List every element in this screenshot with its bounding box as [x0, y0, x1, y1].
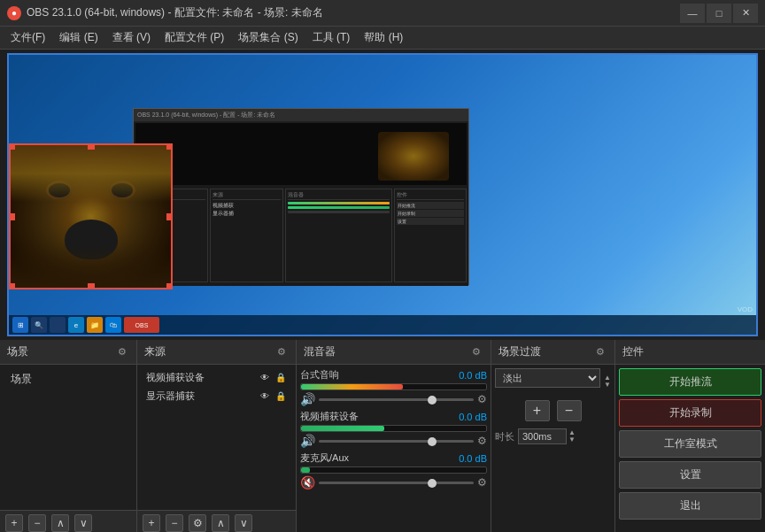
controls-panel-content: 开始推流 开始录制 工作室模式 设置 退出: [615, 365, 765, 532]
inner-obs-content: 场景 场景 来源 视频捕获 显示器捕 混音器: [134, 123, 468, 286]
source-video-lock[interactable]: 🔒: [274, 372, 287, 384]
scene-item[interactable]: 场景: [4, 368, 133, 390]
scene-panel-icon: ⚙: [115, 345, 129, 359]
selection-handle-bl[interactable]: [9, 283, 15, 289]
mixer-video-slider[interactable]: [319, 440, 474, 443]
selection-handle-bm[interactable]: [88, 283, 95, 289]
maximize-button[interactable]: □: [707, 4, 731, 23]
source-down-btn[interactable]: ∨: [235, 514, 252, 532]
menu-tools[interactable]: 工具 (T): [305, 27, 358, 48]
mixer-video-controls: 🔊 ⚙: [300, 434, 487, 448]
mixer-desktop-gear[interactable]: ⚙: [477, 393, 487, 405]
transition-duration-row: 时长 ▲ ▼: [495, 428, 611, 444]
scene-up-btn[interactable]: ∧: [51, 514, 69, 532]
selection-handle-tl[interactable]: [9, 143, 15, 150]
scene-add-btn[interactable]: +: [5, 514, 23, 532]
inner-husky-thumbnail: [378, 132, 449, 181]
transition-updown[interactable]: ▲ ▼: [604, 374, 611, 389]
source-panel-title: 来源: [144, 344, 166, 359]
taskbar-start[interactable]: ⊞: [12, 317, 28, 333]
mixer-desktop-db: 0.0 dB: [459, 370, 487, 381]
studio-mode-button[interactable]: 工作室模式: [619, 430, 761, 458]
selection-handle-tr[interactable]: [166, 143, 173, 150]
transition-type-select[interactable]: 淡出: [495, 368, 600, 388]
source-remove-btn[interactable]: −: [166, 514, 183, 532]
menu-edit[interactable]: 编辑 (E): [52, 27, 104, 48]
source-up-btn[interactable]: ∧: [212, 514, 229, 532]
mixer-video-bar-fill: [301, 426, 384, 431]
settings-button[interactable]: 设置: [619, 461, 761, 489]
source-panel-header: 来源 ⚙: [137, 340, 296, 365]
selection-handle-mr[interactable]: [166, 213, 173, 220]
mixer-mic-db: 0.0 dB: [459, 453, 487, 464]
source-item-display[interactable]: 显示器捕获 👁 🔒: [141, 387, 292, 405]
mixer-desktop-bar: [300, 383, 487, 390]
transition-duration-label: 时长: [495, 430, 514, 443]
mixer-mic-label: 麦克风/Aux: [300, 451, 349, 465]
preview-watermark: VOD: [738, 305, 753, 313]
selection-handle-ml[interactable]: [9, 213, 15, 220]
start-stream-button[interactable]: 开始推流: [619, 368, 761, 396]
selection-handle-br[interactable]: [166, 283, 173, 289]
taskbar-obs[interactable]: OBS: [124, 317, 159, 333]
mixer-video-thumb: [428, 437, 437, 446]
exit-button[interactable]: 退出: [619, 492, 761, 520]
mixer-mic-label-row: 麦克风/Aux 0.0 dB: [300, 451, 487, 465]
selection-handle-tm[interactable]: [88, 143, 95, 150]
menu-view[interactable]: 查看 (V): [105, 27, 158, 48]
mixer-mic-vol[interactable]: 🔇: [300, 475, 315, 490]
mixer-mic-controls: 🔇 ⚙: [300, 475, 487, 490]
mixer-mic-bar-fill: [301, 467, 310, 473]
mixer-item-desktop: 台式音响 0.0 dB 🔊 ⚙: [300, 368, 487, 406]
mixer-mic-gear[interactable]: ⚙: [477, 476, 487, 489]
source-panel-footer: + − ⚙ ∧ ∨: [137, 510, 296, 532]
window-title: OBS 23.1.0 (64-bit, windows) - 配置文件: 未命名…: [27, 5, 323, 20]
preview-area: OBS 23.1.0 (64-bit, windows) - 配置 - 场景: …: [7, 53, 758, 336]
source-settings-btn[interactable]: ⚙: [189, 514, 206, 532]
menu-help[interactable]: 帮助 (H): [357, 27, 410, 48]
mixer-mic-slider[interactable]: [319, 482, 474, 484]
dog-capture-source[interactable]: [9, 143, 173, 289]
mixer-mic-bar: [300, 466, 487, 474]
scene-down-btn[interactable]: ∨: [74, 514, 92, 532]
minimize-button[interactable]: —: [680, 4, 705, 23]
mixer-video-vol[interactable]: 🔊: [300, 434, 315, 448]
taskbar-cortana[interactable]: [50, 317, 66, 333]
source-display-eye[interactable]: 👁: [259, 390, 271, 403]
transition-plus-btn[interactable]: +: [525, 400, 550, 421]
start-record-button[interactable]: 开始录制: [619, 399, 761, 427]
menu-file[interactable]: 文件(F): [4, 27, 52, 48]
inner-obs-window: OBS 23.1.0 (64-bit, windows) - 配置 - 场景: …: [133, 108, 469, 285]
taskbar-explorer[interactable]: 📁: [87, 317, 103, 333]
controls-panel-title: 控件: [622, 344, 644, 359]
taskbar-store[interactable]: 🛍: [105, 317, 121, 333]
menu-scene-collection[interactable]: 场景集合 (S): [231, 27, 305, 48]
mixer-video-label: 视频捕获设备: [300, 410, 359, 423]
inner-obs-title: OBS 23.1.0 (64-bit, windows) - 配置 - 场景: …: [137, 111, 275, 120]
source-display-lock[interactable]: 🔒: [274, 390, 287, 403]
source-video-eye[interactable]: 👁: [259, 372, 271, 384]
source-item-video[interactable]: 视频捕获设备 👁 🔒: [141, 368, 292, 387]
preview-taskbar: ⊞ 🔍 e 📁 🛍 OBS: [9, 315, 756, 335]
controls-panel: 控件 开始推流 开始录制 工作室模式 设置 退出: [615, 340, 765, 532]
taskbar-edge[interactable]: e: [68, 317, 84, 333]
mixer-mic-thumb: [428, 479, 437, 488]
mixer-desktop-vol[interactable]: 🔊: [300, 392, 315, 406]
close-button[interactable]: ✕: [733, 4, 758, 23]
scene-remove-btn[interactable]: −: [28, 514, 46, 532]
transition-panel-header: 场景过渡 ⚙: [491, 340, 614, 365]
transition-duration-updown[interactable]: ▲ ▼: [568, 429, 576, 443]
mixer-panel-header: 混音器 ⚙: [297, 340, 491, 365]
taskbar-search[interactable]: 🔍: [31, 317, 47, 333]
mixer-video-gear[interactable]: ⚙: [477, 435, 487, 447]
transition-minus-btn[interactable]: −: [557, 400, 582, 421]
source-add-btn[interactable]: +: [143, 514, 160, 532]
transition-duration-input[interactable]: [518, 428, 567, 444]
source-panel-icon: ⚙: [274, 345, 289, 359]
mixer-panel-icon: ⚙: [469, 345, 483, 359]
menu-profile[interactable]: 配置文件 (P): [158, 27, 231, 48]
source-video-icons: 👁 🔒: [259, 372, 287, 384]
controls-panel-header: 控件: [615, 340, 765, 365]
mixer-desktop-slider[interactable]: [319, 398, 474, 401]
mixer-desktop-controls: 🔊 ⚙: [300, 392, 487, 406]
